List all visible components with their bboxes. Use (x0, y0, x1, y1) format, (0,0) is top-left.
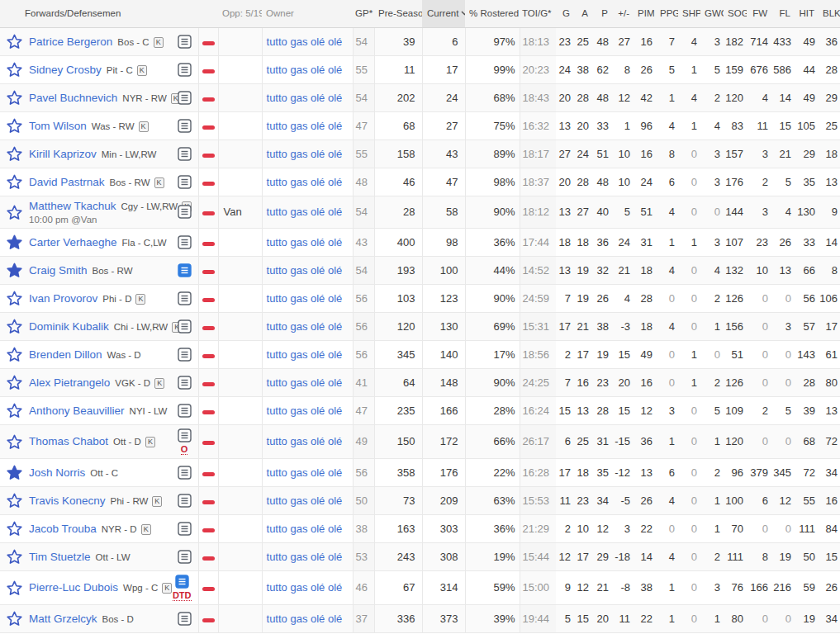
watchlist-star-icon[interactable] (7, 146, 22, 161)
player-note-icon[interactable] (178, 147, 192, 161)
header-shp[interactable]: SHP (678, 0, 700, 27)
player-name-link[interactable]: Sidney Crosby (29, 64, 102, 76)
player-name-link[interactable]: Pierre-Luc Dubois (29, 581, 118, 594)
player-note-icon[interactable] (178, 91, 192, 105)
player-name-link[interactable]: Brenden Dillon (29, 348, 102, 361)
player-name-link[interactable]: Pavel Buchnevich (29, 92, 117, 104)
drop-player-icon[interactable] (202, 298, 215, 302)
owner-team-link[interactable]: tutto gas olé olé (267, 613, 343, 625)
player-note-icon[interactable] (178, 494, 192, 508)
owner-team-link[interactable]: tutto gas olé olé (267, 35, 343, 48)
player-note-icon[interactable] (178, 550, 192, 564)
player-note-icon[interactable] (178, 404, 192, 418)
header-a[interactable]: A (574, 0, 592, 27)
owner-team-link[interactable]: tutto gas olé olé (267, 120, 343, 132)
player-name-link[interactable]: Dominik Kubalik (29, 320, 109, 333)
watchlist-star-icon[interactable] (7, 291, 22, 305)
player-name-link[interactable]: Josh Norris (29, 466, 85, 479)
owner-team-link[interactable]: tutto gas olé olé (267, 551, 343, 563)
drop-player-icon[interactable] (202, 528, 215, 532)
drop-player-icon[interactable] (202, 618, 215, 622)
owner-team-link[interactable]: tutto gas olé olé (267, 64, 343, 76)
header-fw[interactable]: FW (747, 0, 771, 27)
owner-team-link[interactable]: tutto gas olé olé (267, 348, 343, 361)
header-pim[interactable]: PIM (634, 0, 656, 27)
owner-team-link[interactable]: tutto gas olé olé (267, 435, 343, 447)
player-note-icon[interactable] (178, 35, 192, 49)
player-name-link[interactable]: Kirill Kaprizov (29, 148, 97, 160)
player-name-link[interactable]: Tom Wilson (29, 120, 87, 132)
player-name-link[interactable]: Thomas Chabot (29, 435, 108, 447)
player-name-link[interactable]: Jacob Trouba (29, 523, 97, 535)
watchlist-star-icon[interactable] (7, 493, 22, 508)
watchlist-star-icon[interactable] (7, 347, 22, 362)
header--[interactable]: +/- (612, 0, 634, 27)
header-hit[interactable]: HIT (795, 0, 819, 27)
drop-player-icon[interactable] (202, 556, 215, 561)
player-name-link[interactable]: Matthew Tkachuk (29, 200, 116, 212)
drop-player-icon[interactable] (202, 382, 215, 386)
player-note-icon[interactable] (178, 428, 192, 442)
watchlist-star-icon[interactable] (7, 611, 22, 626)
player-note-icon[interactable] (178, 612, 192, 626)
player-name-link[interactable]: Travis Konecny (29, 494, 106, 507)
player-name-link[interactable]: Ivan Provorov (29, 292, 97, 305)
drop-player-icon[interactable] (202, 441, 215, 445)
header-p[interactable]: P (592, 0, 612, 27)
drop-player-icon[interactable] (202, 125, 215, 130)
header-gp-[interactable]: GP* (353, 0, 374, 27)
watchlist-star-icon[interactable] (7, 549, 22, 564)
drop-player-icon[interactable] (202, 69, 215, 73)
watchlist-star-icon[interactable] (7, 434, 22, 449)
player-name-link[interactable]: Matt Grzelcyk (29, 613, 97, 625)
player-note-icon[interactable] (178, 175, 192, 189)
player-note-icon[interactable] (178, 319, 192, 334)
watchlist-star-icon[interactable] (7, 205, 22, 220)
owner-team-link[interactable]: tutto gas olé olé (267, 523, 343, 535)
player-note-icon[interactable] (178, 291, 192, 305)
header-current[interactable]: Current (422, 0, 465, 27)
player-note-icon[interactable] (178, 263, 192, 277)
drop-player-icon[interactable] (202, 472, 215, 476)
drop-player-icon[interactable] (202, 326, 215, 330)
player-note-icon[interactable] (178, 63, 192, 77)
header-gwg[interactable]: GWG (700, 0, 724, 27)
drop-player-icon[interactable] (202, 211, 215, 215)
watchlist-star-icon[interactable] (7, 580, 22, 595)
owner-team-link[interactable]: tutto gas olé olé (267, 376, 343, 389)
watchlist-star-icon[interactable] (7, 234, 22, 249)
watchlist-star-icon[interactable] (7, 403, 22, 418)
watchlist-star-icon[interactable] (7, 90, 22, 105)
injury-status-badge[interactable]: DTD (173, 590, 192, 601)
owner-team-link[interactable]: tutto gas olé olé (267, 466, 343, 479)
owner-team-link[interactable]: tutto gas olé olé (267, 405, 343, 417)
owner-team-link[interactable]: tutto gas olé olé (267, 176, 343, 188)
drop-player-icon[interactable] (202, 270, 215, 274)
owner-team-link[interactable]: tutto gas olé olé (267, 320, 343, 333)
header-blk[interactable]: BLK (819, 0, 840, 27)
watchlist-star-icon[interactable] (7, 375, 22, 390)
owner-team-link[interactable]: tutto gas olé olé (267, 148, 343, 160)
player-name-link[interactable]: Patrice Bergeron (29, 35, 112, 48)
header-g[interactable]: G (556, 0, 574, 27)
header-ppg[interactable]: PPG (656, 0, 678, 27)
watchlist-star-icon[interactable] (7, 465, 22, 480)
owner-team-link[interactable]: tutto gas olé olé (267, 236, 343, 248)
watchlist-star-icon[interactable] (7, 62, 22, 77)
player-note-icon[interactable] (178, 348, 192, 362)
header-toi-g-[interactable]: TOI/G* (520, 0, 556, 27)
player-name-link[interactable]: Craig Smith (29, 264, 88, 277)
owner-team-link[interactable]: tutto gas olé olé (267, 264, 343, 277)
player-note-icon[interactable] (178, 466, 192, 480)
owner-team-link[interactable]: tutto gas olé olé (267, 581, 343, 594)
drop-player-icon[interactable] (202, 500, 215, 504)
watchlist-star-icon[interactable] (7, 118, 22, 133)
player-name-link[interactable]: Tim Stuetzle (29, 551, 91, 563)
header-pre-season[interactable]: Pre-Season (374, 0, 422, 27)
player-note-icon[interactable] (178, 235, 192, 249)
drop-player-icon[interactable] (202, 410, 215, 414)
player-name-link[interactable]: David Pastrnak (29, 176, 105, 188)
watchlist-star-icon[interactable] (7, 174, 22, 189)
player-note-icon[interactable] (178, 376, 192, 390)
drop-player-icon[interactable] (202, 182, 215, 186)
